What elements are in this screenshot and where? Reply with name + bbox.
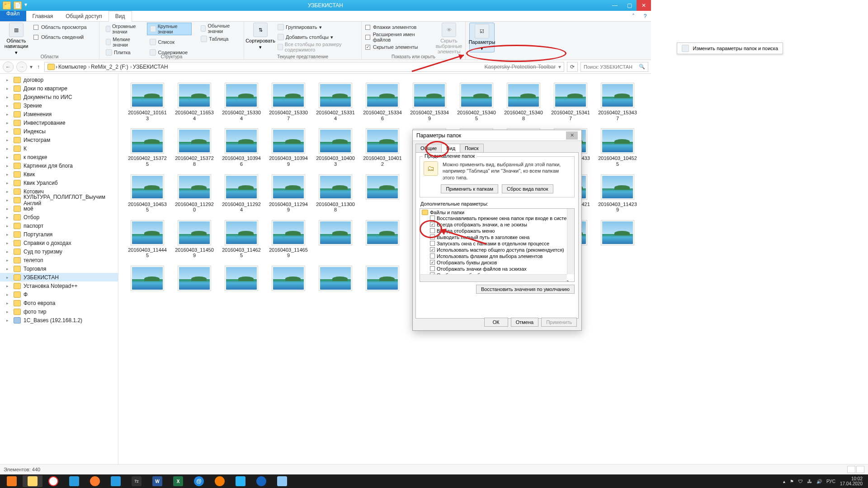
scrollbar-vertical[interactable] (567, 209, 574, 274)
advanced-option[interactable]: Восстанавливать прежние окна папок при в… (422, 215, 572, 221)
tree-node[interactable]: ▸паспорт (0, 221, 118, 230)
minimize-button[interactable]: — (608, 0, 622, 11)
dialog-title-bar[interactable]: Параметры папок ✕ (413, 130, 581, 141)
tab-share[interactable]: Общий доступ (59, 11, 108, 21)
tree-node[interactable]: ▸Доки по квартире (0, 84, 118, 93)
checkbox[interactable] (430, 216, 435, 221)
advanced-settings-list[interactable]: Файлы и папки Восстанавливать прежние ок… (420, 208, 575, 282)
hide-selected-button[interactable]: 👁 Скрыть выбранные элементы (436, 23, 462, 54)
tab-view[interactable]: Вид (108, 11, 132, 22)
dialog-close-button[interactable]: ✕ (566, 131, 578, 140)
group-by-button[interactable]: Группировать ▾ (278, 23, 358, 32)
file-item[interactable] (361, 266, 404, 293)
file-item[interactable]: 20160403_103946 (220, 128, 263, 167)
file-item[interactable]: 20160403_112924 (220, 174, 263, 213)
file-item[interactable]: 20160403_114509 (173, 220, 216, 258)
checkbox[interactable] (430, 228, 435, 233)
tree-node[interactable]: ▸Изменения (0, 110, 118, 118)
file-item[interactable]: 20160403_114659 (267, 220, 310, 258)
tree-node[interactable]: ▸Индексы (0, 127, 118, 136)
sort-button[interactable]: ⇅ Сортировать ▾ (248, 23, 273, 50)
tree-node[interactable]: ▸фото тир (0, 307, 118, 316)
cancel-button[interactable]: Отмена (511, 318, 538, 327)
file-item[interactable]: 20160402_153307 (267, 83, 310, 121)
tree-node[interactable]: ▸Документы по ИИС (0, 93, 118, 101)
file-item[interactable]: 20160402_153349 (408, 83, 451, 121)
scrollbar-horizontal[interactable] (420, 274, 567, 282)
checkbox[interactable] (430, 235, 435, 239)
autosize-columns-button[interactable]: Все столбцы по размеру содержимого (278, 42, 358, 52)
breadcrumb[interactable]: › Компьютер› ReMix_2_2 (F:)› УЗБЕКИСТАН … (44, 62, 564, 72)
file-extensions-toggle[interactable]: Расширения имен файлов (365, 33, 432, 42)
tree-node[interactable]: ▸Квик (0, 170, 118, 178)
layout-large[interactable]: Крупные значки (147, 23, 192, 35)
forward-button[interactable]: → (16, 61, 27, 72)
layout-huge[interactable]: Огромные значки (103, 23, 142, 35)
tree-node[interactable]: ▸Суд по туризму (0, 247, 118, 256)
tree-node[interactable]: ▸Квик Уралсиб (0, 178, 118, 187)
file-item[interactable]: 20160402_153405 (455, 83, 498, 121)
help-icon[interactable]: ? (639, 11, 651, 21)
file-item[interactable] (126, 266, 169, 293)
layout-small[interactable]: Мелкие значки (103, 36, 142, 48)
advanced-option[interactable]: Выводить полный путь в заголовке окна (422, 234, 572, 240)
file-item[interactable]: 20160402_153304 (220, 83, 263, 121)
tree-node[interactable]: ▸Инстограм (0, 136, 118, 144)
tree-node[interactable]: ▸КУЛЬТУРА_ПОЛИГЛОТ_Выучим Англий (0, 196, 118, 204)
dialog-tab-search[interactable]: Поиск (460, 144, 483, 152)
tree-node[interactable]: ▸Отбор (0, 213, 118, 221)
dialog-tab-view[interactable]: Вид (441, 144, 460, 152)
file-item[interactable] (361, 174, 404, 213)
file-item[interactable]: 20160403_104003 (314, 128, 357, 167)
file-item[interactable] (314, 220, 357, 258)
refresh-button[interactable]: ⟳ (567, 62, 578, 72)
crumb-drive[interactable]: ReMix_2_2 (F:)› (91, 64, 132, 70)
dialog-tab-general[interactable]: Общие (415, 144, 442, 152)
tree-node[interactable]: ▸Ф (0, 290, 118, 299)
file-item[interactable]: 20160402_153346 (361, 83, 404, 121)
hidden-items-toggle[interactable]: ✓Скрытые элементы (365, 42, 432, 52)
layout-normal[interactable]: Обычные значки (198, 23, 240, 34)
advanced-option[interactable]: ✓Отображать буквы дисков (422, 259, 572, 266)
advanced-option[interactable]: Запускать окна с папками в отдельном про… (422, 240, 572, 247)
file-item[interactable]: 20160403_112920 (173, 174, 216, 213)
up-button[interactable]: ↑ (35, 64, 42, 70)
qat-item[interactable]: 📁 (3, 1, 11, 9)
tree-node[interactable]: ▸Установка Notepad++ (0, 282, 118, 290)
file-item[interactable] (596, 220, 639, 258)
add-columns-button[interactable]: Добавить столбцы ▾ (278, 33, 358, 42)
tree-node[interactable]: ▸Торговля (0, 264, 118, 273)
file-item[interactable] (267, 266, 310, 293)
file-item[interactable] (173, 266, 216, 293)
file-item[interactable]: 20160402_153728 (173, 128, 216, 167)
file-item[interactable]: 20160402_101613 (126, 83, 169, 121)
file-item[interactable]: 20160402_153408 (502, 83, 545, 121)
checkbox[interactable] (430, 241, 435, 246)
folder-tree[interactable]: ▸договор▸Доки по квартире▸Документы по И… (0, 74, 118, 366)
tree-node[interactable]: ▸УЗБЕКИСТАН (0, 273, 118, 282)
file-item[interactable]: 20160402_153314 (314, 83, 357, 121)
checkbox[interactable] (430, 266, 435, 271)
tree-node[interactable]: ▸договор (0, 75, 118, 84)
history-dropdown[interactable]: ▾ (30, 64, 33, 70)
file-item[interactable]: 20160402_153725 (126, 128, 169, 167)
advanced-option[interactable]: Отображать значки файлов на эскизах (422, 266, 572, 272)
close-button[interactable]: ✕ (637, 0, 651, 11)
file-item[interactable]: 20160403_114445 (126, 220, 169, 258)
file-item[interactable]: 20160403_114625 (220, 220, 263, 258)
preview-pane-toggle[interactable]: Область просмотра (33, 23, 87, 32)
tree-node[interactable]: ▸Португалия (0, 230, 118, 239)
crumb-folder[interactable]: УЗБЕКИСТАН (133, 64, 168, 70)
checkbox[interactable]: ✓ (430, 260, 435, 265)
file-item[interactable] (314, 266, 357, 293)
tree-node[interactable]: ▸Справки о доходах (0, 239, 118, 247)
file-item[interactable]: 20160403_104012 (361, 128, 404, 167)
nav-pane-button[interactable]: ▥ Область навигации ▾ (4, 23, 29, 55)
file-item[interactable]: 20160403_103949 (267, 128, 310, 167)
ok-button[interactable]: ОК (484, 318, 508, 327)
tab-home[interactable]: Главная (26, 11, 60, 21)
file-item[interactable]: 20160402_153437 (596, 83, 639, 121)
checkbox[interactable]: ✓ (430, 222, 435, 227)
tree-node[interactable]: ▸моё (0, 204, 118, 213)
advanced-option[interactable]: ✓Всегда отображать значки, а не эскизы (422, 221, 572, 228)
